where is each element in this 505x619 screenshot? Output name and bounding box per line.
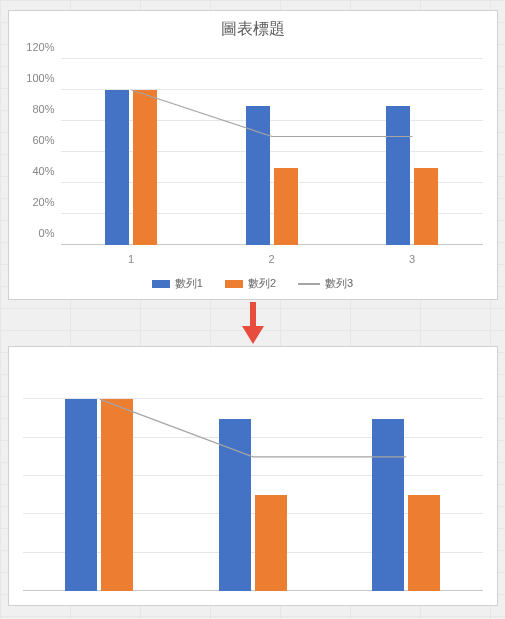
xtick: 3 bbox=[409, 253, 415, 265]
arrow-down-icon bbox=[240, 302, 266, 348]
legend-swatch-blue bbox=[152, 280, 170, 288]
ytick: 0% bbox=[19, 227, 55, 239]
legend-item-series3: 數列3 bbox=[298, 276, 353, 291]
chart-bottom[interactable] bbox=[8, 346, 498, 606]
legend-label: 數列1 bbox=[175, 276, 203, 291]
ytick: 60% bbox=[19, 134, 55, 146]
xtick: 1 bbox=[128, 253, 134, 265]
ytick: 120% bbox=[19, 41, 55, 53]
legend-label: 數列2 bbox=[248, 276, 276, 291]
legend: 數列1 數列2 數列3 bbox=[9, 276, 497, 291]
ytick: 80% bbox=[19, 103, 55, 115]
legend-swatch-orange bbox=[225, 280, 243, 288]
ytick: 40% bbox=[19, 165, 55, 177]
plot-area-top: 0% 20% 40% 60% 80% 100% 120% 1 2 3 bbox=[61, 59, 483, 245]
line-series3 bbox=[23, 361, 483, 591]
ytick: 20% bbox=[19, 196, 55, 208]
legend-item-series2: 數列2 bbox=[225, 276, 276, 291]
line-series3 bbox=[61, 59, 483, 245]
plot-area-bottom bbox=[23, 361, 483, 591]
legend-swatch-line bbox=[298, 283, 320, 285]
chart-title: 圖表標題 bbox=[9, 11, 497, 44]
legend-label: 數列3 bbox=[325, 276, 353, 291]
chart-top[interactable]: 圖表標題 0% 20% 40% 60% 80% 100% 120% 1 2 bbox=[8, 10, 498, 300]
ytick: 100% bbox=[19, 72, 55, 84]
xtick: 2 bbox=[268, 253, 274, 265]
legend-item-series1: 數列1 bbox=[152, 276, 203, 291]
